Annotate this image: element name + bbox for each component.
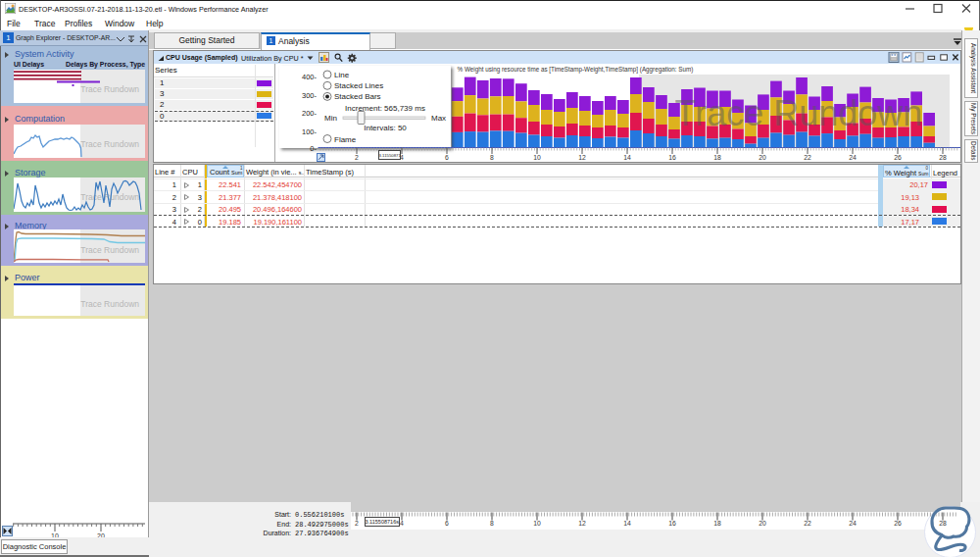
- svg-text:16: 16: [668, 154, 676, 161]
- svg-text:14: 14: [623, 154, 631, 161]
- svg-text:8: 8: [490, 520, 494, 527]
- svg-text:24: 24: [849, 520, 857, 527]
- svg-text:Intervals: 50: Intervals: 50: [364, 124, 407, 132]
- svg-text:10: 10: [533, 520, 541, 527]
- svg-text:4: 4: [400, 520, 404, 527]
- svg-text:22: 22: [804, 154, 811, 161]
- svg-text:20: 20: [759, 520, 766, 527]
- svg-text:2: 2: [355, 154, 359, 161]
- svg-text:10: 10: [533, 154, 541, 161]
- svg-text:Increment: 565,739 ms: Increment: 565,739 ms: [345, 103, 425, 112]
- svg-text:26: 26: [894, 154, 902, 161]
- svg-text:12: 12: [578, 154, 586, 161]
- svg-text:Min: Min: [324, 114, 337, 123]
- svg-text:26: 26: [894, 520, 902, 527]
- svg-text:12: 12: [578, 520, 586, 527]
- svg-text:Max: Max: [431, 114, 446, 123]
- svg-text:2: 2: [355, 520, 359, 527]
- svg-text:4: 4: [400, 154, 404, 161]
- svg-text:18: 18: [713, 154, 721, 161]
- svg-text:16: 16: [668, 520, 676, 527]
- svg-text:14: 14: [623, 520, 631, 527]
- svg-text:6: 6: [445, 520, 449, 527]
- svg-text:8: 8: [490, 154, 494, 161]
- svg-text:Line: Line: [334, 71, 350, 79]
- svg-text:18: 18: [713, 520, 721, 527]
- svg-text:24: 24: [849, 154, 857, 161]
- svg-text:22: 22: [804, 520, 811, 527]
- svg-text:Stacked Bars: Stacked Bars: [334, 92, 381, 101]
- svg-text:Stacked Lines: Stacked Lines: [334, 81, 383, 90]
- svg-text:28: 28: [939, 154, 947, 161]
- svg-text:6: 6: [445, 154, 449, 161]
- svg-text:Flame: Flame: [334, 134, 357, 143]
- svg-text:20: 20: [759, 154, 766, 161]
